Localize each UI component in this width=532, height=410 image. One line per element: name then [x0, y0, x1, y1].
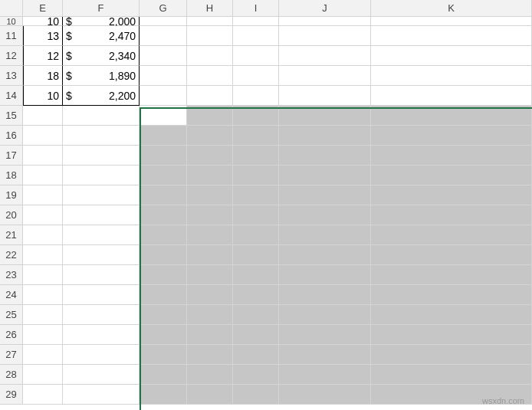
row-header[interactable]: 18 — [0, 166, 23, 185]
cell[interactable] — [140, 185, 187, 205]
cell[interactable] — [233, 365, 279, 385]
cell[interactable] — [140, 325, 187, 345]
cell[interactable] — [279, 185, 371, 205]
row-header[interactable]: 22 — [0, 245, 23, 265]
cell[interactable] — [140, 26, 187, 46]
cell[interactable] — [63, 225, 140, 245]
cell[interactable] — [140, 225, 187, 245]
cell[interactable] — [279, 146, 371, 166]
cell[interactable] — [371, 26, 532, 46]
cell[interactable]: 10 — [23, 17, 63, 26]
cell[interactable] — [233, 345, 279, 365]
row-header[interactable]: 12 — [0, 46, 23, 66]
row-header[interactable]: 17 — [0, 146, 23, 166]
cell[interactable] — [63, 345, 140, 365]
cell[interactable] — [279, 265, 371, 285]
cell[interactable] — [371, 205, 532, 225]
cell[interactable] — [187, 305, 233, 325]
col-header-h[interactable]: H — [187, 0, 233, 17]
cell[interactable] — [233, 126, 279, 146]
cell[interactable] — [233, 185, 279, 205]
cell[interactable]: $2,340 — [63, 46, 140, 66]
cell[interactable] — [23, 305, 63, 325]
cell[interactable] — [23, 385, 63, 405]
cell[interactable] — [140, 345, 187, 365]
cell[interactable] — [371, 265, 532, 285]
cell[interactable] — [140, 205, 187, 225]
cell[interactable] — [279, 66, 371, 86]
row-header[interactable]: 23 — [0, 265, 23, 285]
cell[interactable] — [371, 46, 532, 66]
cell[interactable] — [233, 86, 279, 106]
cell[interactable] — [279, 365, 371, 385]
cell[interactable] — [233, 385, 279, 405]
row-header[interactable]: 16 — [0, 126, 23, 146]
row-header[interactable]: 28 — [0, 365, 23, 385]
spreadsheet-grid[interactable]: E F G H I J K 10 10 $2,000 11 13 $2,470 … — [0, 0, 532, 405]
cell[interactable] — [63, 305, 140, 325]
cell[interactable] — [63, 205, 140, 225]
cell[interactable] — [23, 185, 63, 205]
cell[interactable] — [23, 345, 63, 365]
cell[interactable] — [233, 305, 279, 325]
cell[interactable] — [187, 385, 233, 405]
cell[interactable] — [279, 305, 371, 325]
cell[interactable]: $2,470 — [63, 26, 140, 46]
cell[interactable] — [187, 17, 233, 26]
cell[interactable] — [140, 46, 187, 66]
cell[interactable] — [140, 17, 187, 26]
row-header[interactable]: 14 — [0, 86, 23, 106]
cell[interactable] — [23, 146, 63, 166]
cell[interactable] — [63, 185, 140, 205]
cell[interactable] — [371, 126, 532, 146]
cell[interactable] — [371, 66, 532, 86]
cell[interactable] — [23, 265, 63, 285]
cell[interactable] — [233, 325, 279, 345]
row-header[interactable]: 11 — [0, 26, 23, 46]
cell[interactable] — [63, 285, 140, 305]
row-header[interactable]: 15 — [0, 106, 23, 126]
cell[interactable] — [371, 245, 532, 265]
cell[interactable] — [233, 166, 279, 185]
cell[interactable]: 10 — [23, 86, 63, 106]
cell[interactable] — [23, 225, 63, 245]
cell[interactable] — [371, 86, 532, 106]
cell[interactable] — [233, 225, 279, 245]
cell[interactable]: $2,000 — [63, 17, 140, 26]
cell[interactable] — [187, 205, 233, 225]
select-all-corner[interactable] — [0, 0, 23, 17]
cell[interactable] — [233, 245, 279, 265]
cell[interactable] — [371, 225, 532, 245]
cell[interactable] — [279, 285, 371, 305]
col-header-i[interactable]: I — [233, 0, 279, 17]
cell[interactable] — [63, 265, 140, 285]
cell[interactable] — [233, 46, 279, 66]
cell[interactable] — [371, 365, 532, 385]
cell[interactable] — [279, 385, 371, 405]
cell[interactable] — [233, 17, 279, 26]
cell[interactable] — [187, 26, 233, 46]
cell[interactable] — [371, 185, 532, 205]
cell[interactable] — [371, 146, 532, 166]
col-header-g[interactable]: G — [140, 0, 187, 17]
cell[interactable] — [233, 265, 279, 285]
cell[interactable] — [187, 126, 233, 146]
cell[interactable] — [279, 26, 371, 46]
cell[interactable] — [63, 325, 140, 345]
cell[interactable] — [23, 166, 63, 185]
cell[interactable] — [279, 46, 371, 66]
cell[interactable] — [279, 17, 371, 26]
cell[interactable] — [187, 166, 233, 185]
cell[interactable] — [187, 325, 233, 345]
cell[interactable] — [279, 245, 371, 265]
cell[interactable] — [140, 385, 187, 405]
cell[interactable] — [233, 205, 279, 225]
cell[interactable]: 18 — [23, 66, 63, 86]
cell[interactable] — [279, 205, 371, 225]
cell[interactable] — [23, 205, 63, 225]
cell[interactable] — [23, 285, 63, 305]
cell[interactable] — [187, 46, 233, 66]
cell[interactable] — [233, 26, 279, 46]
cell[interactable] — [23, 126, 63, 146]
row-header[interactable]: 26 — [0, 325, 23, 345]
